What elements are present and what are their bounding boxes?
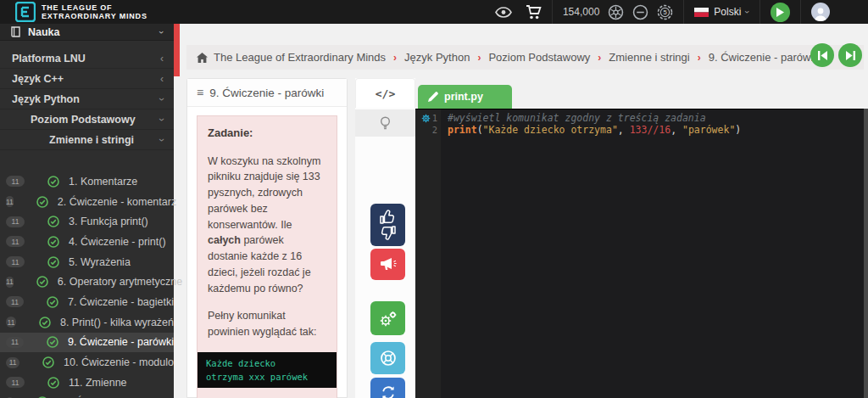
lesson-item[interactable]: 112. Ćwiczenie - komentarz	[0, 192, 174, 212]
check-circle-icon	[47, 336, 58, 348]
brand[interactable]: THE LEAGUE OF EXTRAORDINARY MINDS	[0, 2, 147, 22]
chevron-down-icon: ›	[156, 138, 168, 142]
check-circle-icon	[36, 196, 48, 208]
lesson-item[interactable]: 1111. Zmienne	[0, 373, 174, 393]
chevron-down-icon: ›	[743, 10, 753, 14]
task-panel-header: ≡ 9. Ćwiczenie - parówki	[187, 79, 347, 107]
lesson-item[interactable]: 119. Ćwiczenie - parówki	[0, 333, 174, 353]
sidebar-menu-nauka[interactable]: Nauka ›	[0, 24, 174, 41]
lesson-label: 3. Funkcja print()	[69, 216, 148, 227]
pencil-icon	[428, 92, 438, 102]
sidebar-item-label: Język C++	[12, 73, 64, 85]
task-body: Zadanie: W koszyku na szkolnym pikniku z…	[187, 107, 347, 398]
minus-coin-icon[interactable]	[632, 4, 648, 20]
breadcrumb-item[interactable]: Zmienne i stringi	[609, 51, 689, 64]
svg-text:5: 5	[664, 8, 667, 16]
breadcrumb: The League of Extraordinary Minds›Język …	[197, 51, 819, 64]
lesson-label: 7. Ćwiczenie - bagietki	[68, 296, 174, 308]
lifebuoy-icon	[380, 350, 397, 367]
sidebar-item-platforma-lnu[interactable]: Platforma LNU‹	[0, 48, 174, 69]
menu-title: Nauka	[28, 26, 60, 38]
language-selector[interactable]: Polski ›	[694, 6, 749, 18]
chevron-down-icon: ›	[156, 118, 168, 121]
lesson-item[interactable]: 115. Wyrażenia	[0, 252, 174, 272]
sidebar-item-poziom-podstawowy[interactable]: Poziom Podstawowy›	[0, 109, 174, 130]
reset-code-button[interactable]	[370, 378, 405, 398]
red-accent-strip	[174, 24, 180, 76]
sidebar-sections: Platforma LNU‹Język C++‹Język Python›Poz…	[0, 48, 174, 150]
lesson-label: 8. Print() - kilka wyrażeń	[60, 317, 174, 328]
editor-file-name: print.py	[444, 91, 483, 103]
rate-lesson-button[interactable]	[370, 204, 405, 246]
lesson-badge: 11	[6, 277, 14, 288]
breadcrumb-item[interactable]: Poziom Podstawowy	[488, 51, 590, 64]
skip-previous-button[interactable]	[810, 43, 834, 67]
lesson-item[interactable]: 114. Ćwiczenie - print()	[0, 232, 174, 252]
breadcrumb-bar: The League of Extraordinary Minds›Język …	[186, 45, 864, 70]
check-circle-icon	[36, 276, 48, 288]
refresh-icon	[381, 385, 396, 398]
lesson-badge: 11	[6, 357, 19, 368]
lesson-item[interactable]: 111. Komentarze	[0, 171, 174, 192]
breadcrumb-item[interactable]: Język Python	[404, 51, 470, 64]
lesson-badge: 11	[6, 216, 25, 227]
editor-file-tab[interactable]: print.py	[418, 85, 512, 109]
wheel-coin-icon[interactable]	[608, 4, 624, 20]
editor-scrollbar[interactable]	[864, 109, 868, 398]
help-button[interactable]	[370, 342, 405, 374]
lesson-item[interactable]: 1110. Ćwiczenie - modulo	[0, 352, 174, 373]
code-editor[interactable]: 12 #wyświetl komunikat zgodny z treścią …	[413, 109, 864, 398]
skip-next-button[interactable]	[838, 43, 862, 67]
check-circle-icon	[39, 317, 51, 328]
tab-code[interactable]: </>	[355, 78, 415, 108]
lesson-list: 111. Komentarze112. Ćwiczenie - komentar…	[0, 171, 174, 398]
run-settings-button[interactable]	[370, 301, 405, 335]
lesson-badge: 11	[6, 377, 25, 388]
line-number: 2	[432, 125, 437, 135]
code-line[interactable]: #wyświetl komunikat zgodny z treścią zad…	[448, 112, 864, 124]
tab-hint[interactable]	[355, 109, 415, 137]
breadcrumb-item[interactable]: The League of Extraordinary Minds	[214, 51, 386, 64]
sidebar-item-label: Platforma LNU	[12, 53, 86, 64]
lesson-item[interactable]: 113. Funkcja print()	[0, 211, 174, 232]
check-circle-icon	[42, 356, 54, 368]
gear-icon[interactable]	[421, 114, 431, 123]
line-number: 1	[432, 113, 437, 123]
sidebar-item-zmienne-i-stringi[interactable]: Zmienne i stringi›	[0, 130, 174, 150]
chip-5-icon[interactable]: 5	[657, 4, 673, 20]
editor-code-area[interactable]: #wyświetl komunikat zgodny z treścią zad…	[441, 109, 864, 398]
lesson-badge: 11	[6, 176, 25, 187]
points-balance: 154,000	[563, 6, 599, 18]
gutter-line: 1	[413, 112, 441, 124]
thumbs-down-icon	[380, 226, 396, 240]
breadcrumb-separator: ›	[477, 52, 481, 64]
home-icon	[197, 53, 208, 63]
lesson-label: 4. Ćwiczenie - print()	[69, 236, 166, 248]
breadcrumb-item: 9. Ćwiczenie - parówki	[709, 51, 819, 64]
chevron-left-icon: ‹	[160, 53, 164, 64]
lesson-badge: 11	[6, 296, 24, 307]
task-description-box: Zadanie: W koszyku na szkolnym pikniku z…	[197, 115, 337, 398]
lesson-item[interactable]: 116. Operatory arytmetyczne	[0, 272, 174, 292]
polish-flag-icon	[694, 8, 709, 17]
lesson-label: 6. Operatory arytmetyczne	[58, 276, 182, 288]
eye-icon[interactable]	[495, 7, 512, 18]
lesson-item[interactable]: 1112. Ćwiczenie - uczniowie	[0, 393, 174, 398]
hamburger-icon[interactable]: ≡	[197, 86, 203, 99]
check-circle-icon	[47, 236, 59, 248]
code-line[interactable]: print("Każde dziecko otrzyma", 133//16, …	[448, 124, 864, 136]
gears-icon	[379, 310, 398, 328]
lesson-item[interactable]: 117. Ćwiczenie - bagietki	[0, 292, 174, 312]
check-circle-icon	[47, 256, 59, 268]
cart-icon[interactable]	[526, 5, 542, 20]
sidebar-item-j-zyk-c-[interactable]: Język C++‹	[0, 69, 174, 89]
logo-icon	[15, 2, 36, 22]
lesson-item[interactable]: 118. Print() - kilka wyrażeń	[0, 312, 174, 333]
lesson-label: 11. Zmienne	[69, 377, 127, 389]
lesson-badge: 11	[6, 236, 25, 247]
play-button[interactable]	[771, 3, 790, 22]
avatar[interactable]	[811, 3, 830, 21]
report-button[interactable]	[370, 249, 405, 280]
sidebar-item-j-zyk-python[interactable]: Język Python›	[0, 89, 174, 109]
lesson-badge: 11	[6, 196, 14, 207]
